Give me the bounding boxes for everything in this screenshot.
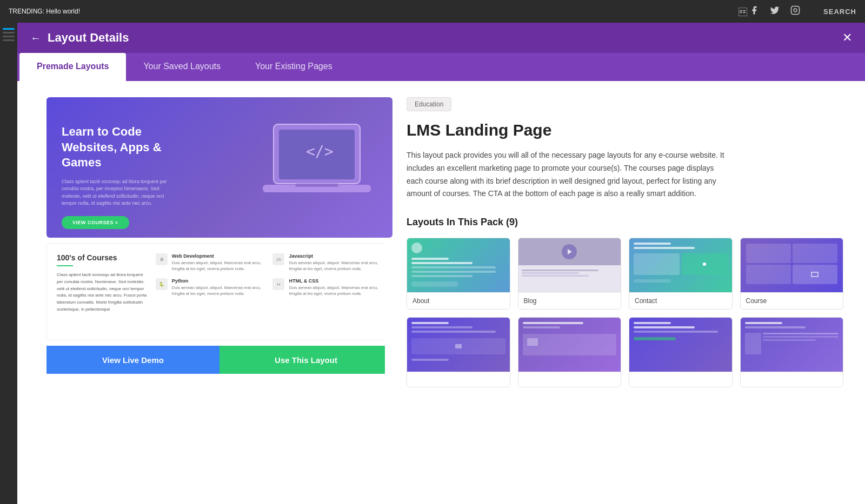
preview-hero-button[interactable]: VIEW COURSES » xyxy=(62,216,129,229)
twitter-icon[interactable] xyxy=(770,5,780,17)
preview-hero-body: Class aptent taciti sociosqu ad litora t… xyxy=(62,178,170,207)
sidebar-line-4[interactable] xyxy=(3,39,15,41)
courses-body: Class aptent taciti sociosqu ad litora t… xyxy=(57,272,148,313)
preview-hero: Learn to Code Websites, Apps & Games Cla… xyxy=(46,97,392,238)
thumb-bar xyxy=(411,331,496,333)
preview-panel: Learn to Code Websites, Apps & Games Cla… xyxy=(17,81,385,504)
instagram-icon[interactable] xyxy=(790,5,800,17)
thumb-btn xyxy=(411,281,458,287)
tab-bar: Premade Layouts Your Saved Layouts Your … xyxy=(17,53,865,81)
thumb-circle xyxy=(411,243,422,253)
view-live-demo-button[interactable]: View Live Demo xyxy=(46,346,219,374)
preview-actions: View Live Demo Use This Layout xyxy=(46,346,392,374)
layout-card-r2c2[interactable] xyxy=(518,317,622,387)
svg-rect-0 xyxy=(791,6,800,15)
thumb-course xyxy=(741,238,843,292)
thumb-row2-1 xyxy=(407,318,510,372)
thumb-bar xyxy=(411,275,473,277)
layout-card-label-r2c4 xyxy=(741,372,843,387)
svg-rect-6 xyxy=(295,184,338,187)
course-icon-python: 🐍 xyxy=(156,278,168,290)
thumb-row2-3 xyxy=(629,318,732,372)
layout-card-label-contact: Contact xyxy=(629,292,732,309)
course-icon-js: JS xyxy=(272,253,284,265)
layout-card-r2c3[interactable] xyxy=(629,317,733,387)
thumb-row2-2 xyxy=(518,318,621,372)
layout-card-label-r2c3 xyxy=(629,372,732,387)
layout-card-label-about: About xyxy=(407,292,510,309)
facebook-icon[interactable]:  xyxy=(738,5,759,17)
layout-card-r2c1[interactable] xyxy=(407,317,510,387)
thumb-row2-4 xyxy=(741,318,843,372)
layout-card-course[interactable]: Course xyxy=(740,238,844,310)
thumb-bar xyxy=(411,262,473,264)
thumb-bar xyxy=(411,271,496,273)
tab-existing-pages[interactable]: Your Existing Pages xyxy=(238,53,350,81)
thumb-bar xyxy=(411,258,449,260)
modal-title: Layout Details xyxy=(48,31,129,45)
thumb-about xyxy=(407,238,510,292)
preview-courses-col3: JS Javascript Duis aenean aliquot, aliqu… xyxy=(272,253,382,330)
course-item-web: 🖥 Web Development Duis aenean aliquot, a… xyxy=(156,253,265,272)
layout-card-blog[interactable]: Blog xyxy=(518,238,622,310)
course-item-python: 🐍 Python Duis aenean aliquot, aliquot. M… xyxy=(156,278,265,297)
svg-text:</>: </> xyxy=(306,143,334,160)
course-icon-html: H xyxy=(272,278,284,290)
pack-title: Layouts In This Pack (9) xyxy=(407,217,843,228)
modal-body: Learn to Code Websites, Apps & Games Cla… xyxy=(17,81,865,504)
modal-overlay: ← Layout Details ✕ Premade Layouts Your … xyxy=(17,23,865,504)
category-badge: Education xyxy=(407,97,451,111)
layout-card-label-r2c1 xyxy=(407,372,510,387)
thumb-bar xyxy=(523,326,560,328)
layout-card-contact[interactable]: Contact xyxy=(629,238,733,310)
social-icons:  xyxy=(738,5,800,17)
course-text-html: HTML & CSS Duis aenean aliquot, aliquot.… xyxy=(289,278,382,297)
course-item-html: H HTML & CSS Duis aenean aliquot, aliquo… xyxy=(272,278,382,297)
preview-secondary: 100's of Courses Class aptent taciti soc… xyxy=(46,243,392,340)
left-sidebar xyxy=(0,23,17,504)
thumb-bar xyxy=(745,322,782,324)
layout-card-r2c4[interactable] xyxy=(740,317,844,387)
back-button[interactable]: ← xyxy=(30,32,41,44)
sidebar-line-1[interactable] xyxy=(3,28,15,30)
trending-label: TRENDING: Hello world! xyxy=(9,8,80,15)
course-text-web: Web Development Duis aenean aliquot, ali… xyxy=(172,253,265,272)
thumb-bar xyxy=(634,247,695,249)
course-text-js: Javascript Duis aenean aliquot, aliquot.… xyxy=(289,253,382,272)
course-item-js: JS Javascript Duis aenean aliquot, aliqu… xyxy=(272,253,382,272)
laptop-illustration: </> xyxy=(257,113,376,211)
thumb-bar xyxy=(411,326,473,328)
preview-hero-content: Learn to Code Websites, Apps & Games Cla… xyxy=(62,124,191,229)
thumb-bar xyxy=(745,326,806,328)
tab-saved-layouts[interactable]: Your Saved Layouts xyxy=(126,53,238,81)
courses-heading: 100's of Courses xyxy=(57,253,148,262)
layout-card-label-blog: Blog xyxy=(518,292,621,309)
layout-card-about[interactable]: About xyxy=(407,238,510,310)
preview-courses-intro: 100's of Courses Class aptent taciti soc… xyxy=(57,253,148,330)
course-icon-web: 🖥 xyxy=(156,253,168,265)
sidebar-line-2[interactable] xyxy=(3,32,15,33)
thumb-bar xyxy=(634,322,671,324)
thumb-blog xyxy=(518,238,621,292)
layout-card-label-r2c2 xyxy=(518,372,621,387)
thumb-bar xyxy=(411,322,449,324)
layout-title: LMS Landing Page xyxy=(407,121,843,139)
thumb-bar xyxy=(634,331,718,333)
layout-card-label-course: Course xyxy=(741,292,843,309)
preview-hero-heading: Learn to Code Websites, Apps & Games xyxy=(62,124,191,171)
close-button[interactable]: ✕ xyxy=(842,32,852,44)
modal-header-left: ← Layout Details xyxy=(30,31,129,45)
thumb-bar xyxy=(411,359,449,361)
thumb-bar xyxy=(411,266,496,268)
sidebar-line-3[interactable] xyxy=(3,36,15,37)
top-bar: TRENDING: Hello world!  SEARCH xyxy=(0,0,865,23)
tab-premade-layouts[interactable]: Premade Layouts xyxy=(19,53,126,81)
thumb-bar xyxy=(634,243,671,245)
search-label[interactable]: SEARCH xyxy=(823,8,856,16)
layout-grid: About xyxy=(407,238,843,387)
thumb-bar xyxy=(634,326,695,328)
use-this-layout-button[interactable]: Use This Layout xyxy=(219,346,392,374)
preview-courses-col2: 🖥 Web Development Duis aenean aliquot, a… xyxy=(156,253,265,330)
layout-description: This layout pack provides you will all o… xyxy=(407,149,731,200)
thumb-contact xyxy=(629,238,732,292)
